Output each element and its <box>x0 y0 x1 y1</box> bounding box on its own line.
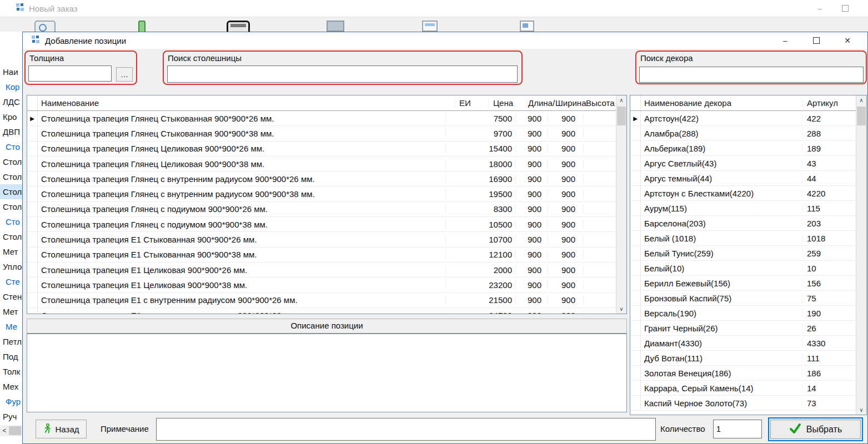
toolbar-device-icon[interactable] <box>327 21 344 32</box>
scroll-up-icon[interactable]: ∧ <box>616 95 626 105</box>
product-row[interactable]: Столешница трапеция Глянец с подиумом 90… <box>27 217 616 232</box>
select-button[interactable]: Выбрать <box>768 417 863 441</box>
column-length[interactable]: Длина/ <box>527 98 554 108</box>
dialog-minimize-button[interactable]: – <box>770 32 801 49</box>
sidebar-item[interactable]: Наи <box>0 64 22 79</box>
decor-row[interactable]: Аргус Светлый(43)43 <box>630 156 856 171</box>
product-row[interactable]: Столешница трапеция Глянец с внутренним … <box>27 171 616 186</box>
sidebar-item[interactable]: Кор <box>0 79 22 94</box>
product-row[interactable]: ▶Столешница трапеция Глянец Стыкованная … <box>27 111 616 126</box>
sidebar-item[interactable]: Мет <box>0 304 22 319</box>
sidebar-item[interactable]: Кро <box>0 109 22 124</box>
decor-row[interactable]: ▶Артстоун(422)422 <box>630 111 856 126</box>
sidebar-item[interactable]: Упло <box>0 259 22 274</box>
decor-row[interactable]: Белый(10)10 <box>630 261 856 276</box>
toolbar-window-icon[interactable] <box>520 21 534 32</box>
product-row[interactable]: Столешница трапеция Глянец Целиковая 900… <box>27 157 616 171</box>
column-name[interactable]: Наименование <box>38 98 456 108</box>
decor-row[interactable]: Берилл Бежевый(156)156 <box>630 276 856 291</box>
sidebar-item[interactable]: Стол <box>0 169 22 184</box>
column-height[interactable]: Высота <box>584 98 616 108</box>
sidebar-item[interactable]: Стол <box>0 229 22 244</box>
sidebar-item[interactable]: Толк <box>0 364 22 379</box>
scroll-left-icon[interactable]: < <box>0 425 9 436</box>
decor-row[interactable]: Диамант(4330)4330 <box>630 336 856 351</box>
product-row[interactable]: Столешница трапеция Е1 Целиковая 900*900… <box>27 263 616 278</box>
decor-row[interactable]: Каррара, Серый Камень(14)14 <box>630 381 856 396</box>
decor-row[interactable]: Золотая Венеция(186)186 <box>630 366 856 381</box>
sidebar-item[interactable]: Фур <box>0 394 22 409</box>
sidebar-item[interactable]: Сто <box>0 139 22 154</box>
note-input[interactable] <box>156 418 656 441</box>
decor-search-input[interactable] <box>639 67 864 83</box>
column-unit[interactable]: ЕИ <box>456 98 489 108</box>
row-marker <box>630 381 641 395</box>
sidebar-item[interactable]: Руч <box>0 409 22 424</box>
decor-article: 14 <box>802 384 856 393</box>
scroll-down-icon[interactable]: ∨ <box>856 405 866 415</box>
product-row[interactable]: Столешница трапеция Глянец с подиумом 90… <box>27 202 616 217</box>
row-marker <box>630 186 641 200</box>
main-minimize-button[interactable]: – <box>807 0 832 17</box>
product-row[interactable]: Столешница трапеция Е1 с внутренним ради… <box>27 293 616 308</box>
decor-row[interactable]: Белый (1018)1018 <box>630 231 856 246</box>
column-price[interactable]: Цена <box>489 98 527 108</box>
product-row[interactable]: Столешница трапеция Е1 Целиковая 900*900… <box>27 278 616 292</box>
product-row[interactable]: Столешница трапеция Глянец Стыкованная 9… <box>27 126 616 141</box>
decor-row[interactable]: Аламбра(288)288 <box>630 126 856 141</box>
product-row[interactable]: Столешница трапеция Глянец с внутренним … <box>27 186 616 201</box>
decor-row[interactable]: Бронзовый Каспий(75)75 <box>630 291 856 306</box>
countertop-search-input[interactable] <box>167 65 518 83</box>
back-button[interactable]: Назад <box>36 420 87 438</box>
sidebar-item[interactable]: Мех <box>0 379 22 394</box>
sidebar-item[interactable]: Под <box>0 349 22 364</box>
sidebar-item[interactable]: Петл <box>0 334 22 349</box>
product-row[interactable]: Столешница трапеция Е1 Стыкованная 900*9… <box>27 248 616 263</box>
sidebar-horizontal-scrollbar[interactable]: < <box>0 425 22 436</box>
decor-scrollbar[interactable]: ∧ ∨ <box>856 95 866 415</box>
product-row[interactable]: Столешница трапеция Е1 с внутренним ради… <box>27 308 616 314</box>
sidebar-item[interactable]: ДВП <box>0 124 22 139</box>
product-row[interactable]: Столешница трапеция Глянец Целиковая 900… <box>27 142 616 157</box>
sidebar-item[interactable]: Сте <box>0 274 22 289</box>
column-article[interactable]: Артикул <box>802 98 856 108</box>
scroll-down-icon[interactable]: ∨ <box>616 304 626 314</box>
scrollbar-thumb[interactable] <box>9 426 21 435</box>
main-maximize-button[interactable] <box>832 0 858 17</box>
column-width[interactable]: Ширина <box>554 98 584 108</box>
thickness-input[interactable] <box>28 65 112 82</box>
decor-row[interactable]: Дуб Вотан(111)111 <box>630 351 856 366</box>
decor-row[interactable]: Каспий Черное Золото(73)73 <box>630 396 856 411</box>
quantity-input[interactable] <box>713 420 762 438</box>
toolbar-search-icon[interactable] <box>34 21 56 32</box>
toolbar-battery-icon[interactable] <box>138 21 145 32</box>
sidebar-item[interactable]: Стол <box>0 154 22 169</box>
scrollbar-thumb[interactable] <box>617 107 626 125</box>
toolbar-print-icon[interactable] <box>227 21 250 32</box>
product-price: 2000 <box>479 265 516 275</box>
dialog-maximize-button[interactable] <box>801 32 832 49</box>
decor-row[interactable]: Белый Тунис(259)259 <box>630 246 856 261</box>
sidebar-item[interactable]: Сто <box>0 214 22 229</box>
decor-row[interactable]: Аргус темный(44)44 <box>630 171 856 186</box>
product-row[interactable]: Столешница трапеция Е1 Стыкованная 900*9… <box>27 232 616 247</box>
decor-row[interactable]: Гранит Черный(26)26 <box>630 321 856 336</box>
sidebar-item[interactable]: Стол <box>0 184 22 199</box>
scrollbar-thumb[interactable] <box>857 107 866 125</box>
decor-row[interactable]: Аурум(115)115 <box>630 201 856 216</box>
sidebar-item[interactable]: Мет <box>0 244 22 259</box>
sidebar-item[interactable]: Стол <box>0 199 22 214</box>
sidebar-item[interactable]: Стен <box>0 289 22 304</box>
products-scrollbar[interactable]: ∧ ∨ <box>616 95 626 314</box>
sidebar-item[interactable]: Ме <box>0 319 22 334</box>
toolbar-panel-icon[interactable] <box>422 21 438 32</box>
decor-row[interactable]: Версаль(190)190 <box>630 306 856 321</box>
thickness-browse-button[interactable]: … <box>116 67 133 82</box>
column-decor-name[interactable]: Наименование декора <box>641 98 802 108</box>
decor-row[interactable]: Альберика(189)189 <box>630 141 856 156</box>
decor-row[interactable]: Барселона(203)203 <box>630 216 856 231</box>
decor-row[interactable]: Артстоун с Блестками(4220)4220 <box>630 186 856 201</box>
sidebar-item[interactable]: ЛДС <box>0 94 22 109</box>
dialog-close-button[interactable]: ✕ <box>832 32 863 49</box>
scroll-up-icon[interactable]: ∧ <box>856 95 866 105</box>
